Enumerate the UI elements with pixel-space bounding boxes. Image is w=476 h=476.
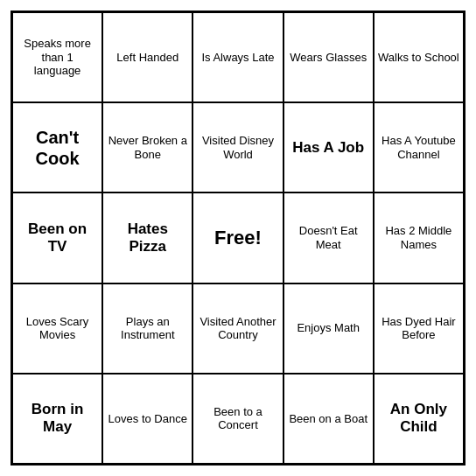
bingo-cell-r0c3[interactable]: Wears Glasses — [284, 12, 374, 102]
bingo-cell-r4c0[interactable]: Born in May — [12, 374, 102, 464]
bingo-cell-r4c1[interactable]: Loves to Dance — [102, 374, 192, 464]
bingo-cell-r2c2[interactable]: Free! — [192, 192, 283, 283]
bingo-cell-r0c4[interactable]: Walks to School — [374, 12, 464, 102]
bingo-cell-r4c3[interactable]: Been on a Boat — [284, 374, 374, 464]
bingo-cell-r3c0[interactable]: Loves Scary Movies — [12, 284, 102, 374]
bingo-cell-r4c4[interactable]: An Only Child — [374, 374, 464, 464]
bingo-cell-r1c4[interactable]: Has A Youtube Channel — [374, 102, 464, 192]
bingo-cell-r1c2[interactable]: Visited Disney World — [192, 102, 283, 192]
bingo-cell-r1c1[interactable]: Never Broken a Bone — [102, 102, 192, 192]
bingo-cell-r1c0[interactable]: Can't Cook — [12, 102, 102, 192]
bingo-cell-r2c1[interactable]: Hates Pizza — [102, 192, 192, 283]
bingo-cell-r0c1[interactable]: Left Handed — [102, 12, 192, 102]
bingo-cell-r3c4[interactable]: Has Dyed Hair Before — [374, 284, 464, 374]
bingo-board: Speaks more than 1 languageLeft HandedIs… — [10, 10, 466, 466]
bingo-cell-r4c2[interactable]: Been to a Concert — [192, 374, 283, 464]
bingo-cell-r2c3[interactable]: Doesn't Eat Meat — [284, 192, 374, 283]
bingo-cell-r3c1[interactable]: Plays an Instrument — [102, 284, 192, 374]
bingo-cell-r0c0[interactable]: Speaks more than 1 language — [12, 12, 102, 102]
bingo-cell-r0c2[interactable]: Is Always Late — [192, 12, 283, 102]
bingo-cell-r3c3[interactable]: Enjoys Math — [284, 284, 374, 374]
bingo-cell-r3c2[interactable]: Visited Another Country — [192, 284, 283, 374]
bingo-cell-r2c4[interactable]: Has 2 Middle Names — [374, 192, 464, 283]
bingo-cell-r2c0[interactable]: Been on TV — [12, 192, 102, 283]
bingo-cell-r1c3[interactable]: Has A Job — [284, 102, 374, 192]
